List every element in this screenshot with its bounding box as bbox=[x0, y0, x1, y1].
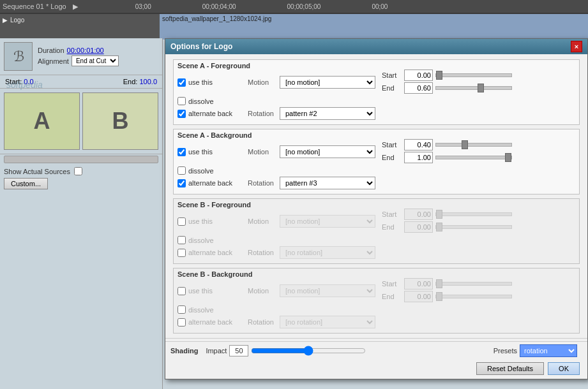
end-value[interactable]: 100.0 bbox=[139, 78, 157, 85]
timeline-area: Sequence 01 * Logo ▶ 03;00 00;00;04;00 0… bbox=[0, 0, 588, 38]
alignment-select[interactable]: End at Cut bbox=[72, 55, 119, 66]
start-input-bbg: 0.00 bbox=[404, 278, 433, 290]
end-slider-bbg bbox=[435, 295, 512, 298]
end-input-afg[interactable]: 0.60 bbox=[404, 82, 433, 94]
horizontal-scrollbar[interactable] bbox=[4, 156, 158, 163]
alternate-back-label-afg[interactable]: alternate back bbox=[177, 110, 248, 118]
motion-select-bfg: [no motion] bbox=[280, 215, 375, 228]
use-this-label-afg[interactable]: use this bbox=[177, 78, 248, 87]
impact-value-input[interactable]: 50 bbox=[229, 345, 248, 356]
dialog-body: Scene A - Foreground use this Motion [no… bbox=[165, 54, 587, 356]
start-slider-bfg bbox=[435, 212, 512, 216]
rotation-select-bfg: [no rotation] bbox=[280, 246, 375, 259]
dissolve-label-bfg[interactable]: dissolve bbox=[177, 236, 248, 244]
end-input-abg[interactable]: 1.00 bbox=[404, 152, 433, 163]
end-label-abg: End bbox=[382, 154, 404, 161]
presets-select[interactable]: rotation fade slide zoom bbox=[520, 344, 577, 357]
motion-label-bfg: Motion bbox=[248, 217, 280, 225]
use-this-check-abg[interactable] bbox=[177, 148, 186, 156]
start-slider-afg[interactable] bbox=[435, 73, 512, 77]
rotation-label-afg: Rotation bbox=[248, 110, 280, 117]
start-input-afg[interactable]: 0.00 bbox=[404, 70, 433, 81]
scene-b-fg-section: Scene B - Foreground use this Motion [no… bbox=[173, 198, 580, 264]
dissolve-label-afg[interactable]: dissolve bbox=[177, 97, 248, 105]
preview-thumb-b: B bbox=[82, 92, 158, 150]
logo-info: Duration 00:00:01:00 Alignment End at Cu… bbox=[38, 47, 158, 66]
use-this-check-afg[interactable] bbox=[177, 78, 186, 87]
rotation-select-afg[interactable]: pattern #2 bbox=[280, 107, 375, 120]
timestamp-4: 00;00 bbox=[372, 3, 388, 10]
alternate-back-check-bbg[interactable] bbox=[177, 318, 186, 327]
duration-value[interactable]: 00:00:01:00 bbox=[67, 47, 104, 54]
duration-row: Duration 00:00:01:00 bbox=[38, 47, 158, 54]
start-label-bfg: Start bbox=[382, 210, 404, 218]
duration-label: Duration bbox=[38, 47, 64, 54]
use-this-check-bbg[interactable] bbox=[177, 287, 186, 295]
dissolve-label-abg[interactable]: dissolve bbox=[177, 166, 248, 175]
dialog-titlebar: Options for Logo × bbox=[165, 39, 587, 54]
presets-group: Presets rotation fade slide zoom bbox=[494, 344, 577, 357]
scene-a-fg-row2: dissolve bbox=[177, 97, 575, 105]
end-label: End: 100.0 bbox=[123, 78, 157, 85]
use-this-label-bbg[interactable]: use this bbox=[177, 287, 248, 295]
scene-b-bg-row3: alternate back Rotation [no rotation] bbox=[177, 316, 575, 328]
scene-b-bg-section: Scene B - Background use this Motion [no… bbox=[173, 268, 580, 334]
expand-arrow[interactable]: ▶ bbox=[73, 3, 78, 11]
motion-select-afg[interactable]: [no motion] bbox=[280, 76, 375, 89]
preview-area: A B bbox=[0, 89, 162, 154]
rotation-select-bbg: [no rotation] bbox=[280, 316, 375, 328]
dialog-close-button[interactable]: × bbox=[571, 41, 582, 52]
end-label-bbg: End bbox=[382, 293, 404, 300]
rotation-label-bbg: Rotation bbox=[248, 318, 280, 326]
end-label-bfg: End bbox=[382, 223, 404, 231]
track-file: softpedia_wallpaper_1_1280x1024.jpg bbox=[160, 14, 588, 24]
scene-b-bg-row2: dissolve bbox=[177, 305, 575, 314]
ok-button[interactable]: OK bbox=[548, 362, 580, 375]
alternate-back-check-bfg[interactable] bbox=[177, 249, 186, 257]
start-end-afg: Start 0.00 End 0.60 bbox=[382, 70, 512, 95]
shading-section: Shading Impact 50 Presets rotation fade … bbox=[165, 341, 587, 360]
timeline-track[interactable]: ▶ Logo softpedia_wallpaper_1_1280x1024.j… bbox=[0, 14, 588, 40]
end-slider-afg[interactable] bbox=[435, 86, 512, 90]
show-sources-row: Show Actual Sources bbox=[0, 165, 162, 178]
presets-label: Presets bbox=[494, 347, 517, 355]
start-input-abg[interactable]: 0.40 bbox=[404, 139, 433, 150]
dissolve-check-afg[interactable] bbox=[177, 97, 186, 105]
alternate-back-label-bbg[interactable]: alternate back bbox=[177, 318, 248, 327]
alternate-back-label-abg[interactable]: alternate back bbox=[177, 179, 248, 187]
start-slider-abg[interactable] bbox=[435, 143, 512, 147]
timeline-header: Sequence 01 * Logo ▶ 03;00 00;00;04;00 0… bbox=[0, 0, 588, 13]
start-end-bfg: Start 0.00 End 0.00 bbox=[382, 209, 512, 234]
start-end-bbg: Start 0.00 End 0.00 bbox=[382, 278, 512, 304]
motion-label-bbg: Motion bbox=[248, 287, 280, 295]
end-slider-bfg bbox=[435, 225, 512, 229]
use-this-check-bfg[interactable] bbox=[177, 217, 186, 226]
custom-button[interactable]: Custom... bbox=[4, 178, 48, 189]
motion-select-abg[interactable]: [no motion] bbox=[280, 145, 375, 158]
use-this-label-bfg[interactable]: use this bbox=[177, 217, 248, 226]
dissolve-check-bbg[interactable] bbox=[177, 305, 186, 314]
start-input-bfg: 0.00 bbox=[404, 209, 433, 220]
alternate-back-label-bfg[interactable]: alternate back bbox=[177, 249, 248, 257]
alternate-back-check-afg[interactable] bbox=[177, 110, 186, 118]
alternate-back-check-abg[interactable] bbox=[177, 179, 186, 187]
dialog-title: Options for Logo bbox=[170, 42, 232, 51]
end-slider-abg[interactable] bbox=[435, 156, 512, 159]
sequence-title: Sequence 01 * Logo bbox=[3, 3, 66, 10]
alignment-label: Alignment bbox=[38, 57, 69, 65]
dissolve-label-bbg[interactable]: dissolve bbox=[177, 305, 248, 314]
track-label: ▶ Logo bbox=[3, 17, 24, 24]
scene-a-fg-row1: use this Motion [no motion] Start 0.00 bbox=[177, 70, 575, 95]
dissolve-check-bfg[interactable] bbox=[177, 236, 186, 244]
end-input-bfg: 0.00 bbox=[404, 221, 433, 233]
impact-slider[interactable] bbox=[251, 346, 366, 356]
preview-thumb-a: A bbox=[4, 92, 80, 150]
start-label-abg: Start bbox=[382, 141, 404, 149]
scene-a-bg-row3: alternate back Rotation pattern #3 bbox=[177, 177, 575, 189]
shading-title: Shading bbox=[170, 347, 198, 355]
use-this-label-abg[interactable]: use this bbox=[177, 148, 248, 156]
rotation-select-abg[interactable]: pattern #3 bbox=[280, 177, 375, 189]
dissolve-check-abg[interactable] bbox=[177, 166, 186, 175]
reset-defaults-button[interactable]: Reset Defaults bbox=[476, 362, 544, 375]
show-sources-checkbox[interactable] bbox=[74, 167, 82, 175]
